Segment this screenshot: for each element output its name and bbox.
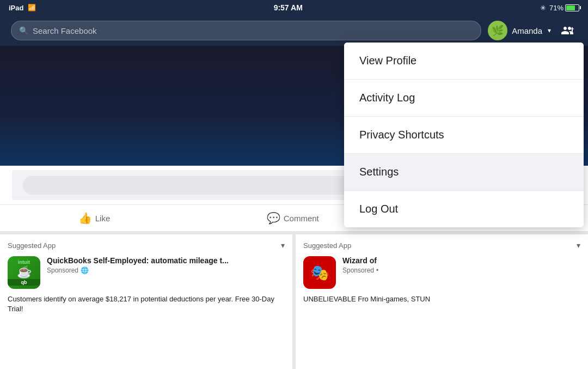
menu-item-settings[interactable]: Settings [344,154,584,191]
menu-item-log-out[interactable]: Log Out [344,191,584,227]
dropdown-overlay: View Profile Activity Log Privacy Shortc… [0,0,588,369]
menu-item-view-profile[interactable]: View Profile [344,43,584,80]
dropdown-menu: View Profile Activity Log Privacy Shortc… [344,43,584,227]
menu-item-privacy-shortcuts[interactable]: Privacy Shortcuts [344,117,584,154]
dropdown-arrow [540,43,551,44]
menu-item-activity-log[interactable]: Activity Log [344,80,584,117]
